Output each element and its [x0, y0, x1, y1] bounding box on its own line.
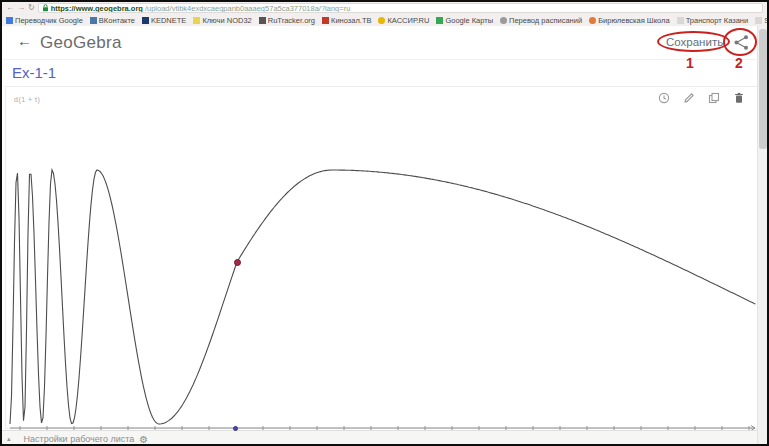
- bookmark-label: Ключи NOD32: [202, 16, 251, 25]
- url-path-text: /upload/vtibk4exdxcaegpanb0aaaeg57a5ca37…: [145, 4, 350, 13]
- worksheet-settings-label: Настройки рабочего листа: [24, 434, 135, 444]
- geogebra-logo: GeoGebra: [40, 33, 122, 53]
- padlock-icon: [42, 4, 49, 12]
- scrollbar-thumb[interactable]: [759, 29, 767, 149]
- bookmark-item[interactable]: Переводчик Google: [6, 16, 83, 25]
- bookmark-favicon: [436, 17, 443, 24]
- bookmark-favicon: [500, 17, 507, 24]
- bookmark-label: Транспорт Казани: [686, 16, 749, 25]
- bookmark-label: Кинозал.ТВ: [331, 16, 371, 25]
- pencil-icon[interactable]: [683, 90, 695, 102]
- browser-back-button[interactable]: ←: [6, 3, 14, 13]
- url-host-text: https://www.geogebra.org: [51, 4, 143, 13]
- share-icon-glyph: [733, 34, 750, 51]
- geogebra-header: ← GeoGebra Сохранить: [2, 26, 759, 60]
- bookmark-label: Samsung A5: [764, 16, 767, 25]
- bookmark-favicon: [755, 17, 762, 24]
- copy-icon[interactable]: [708, 90, 720, 102]
- back-arrow-button[interactable]: ←: [17, 32, 32, 49]
- bookmark-label: Бирюлевская Школа: [598, 16, 670, 25]
- expand-arrow-icon[interactable]: ▴: [7, 435, 11, 443]
- bookmark-label: RuTracker.org: [268, 16, 315, 25]
- bookmark-favicon: [90, 17, 97, 24]
- browser-chrome: ← → ↻ https://www.geogebra.org/upload/vt…: [2, 2, 767, 26]
- bookmark-item[interactable]: Ключи NOD32: [193, 16, 251, 25]
- bookmark-favicon: [677, 17, 684, 24]
- info-icon[interactable]: [658, 90, 670, 102]
- bookmark-favicon: [142, 17, 149, 24]
- formula-label: d(1 + t): [14, 96, 40, 103]
- bookmark-favicon: [193, 17, 200, 24]
- save-button[interactable]: Сохранить: [666, 36, 723, 48]
- bookmark-item[interactable]: Перевод расписаний: [500, 16, 582, 25]
- browser-forward-button[interactable]: →: [17, 3, 25, 13]
- bookmark-label: Google Карты: [445, 16, 493, 25]
- bookmark-item[interactable]: RuTracker.org: [259, 16, 315, 25]
- bookmark-item[interactable]: Кинозал.ТВ: [322, 16, 371, 25]
- bookmark-favicon: [322, 17, 329, 24]
- worksheet-footer: ▴ Настройки рабочего листа ⚙: [2, 430, 767, 446]
- bookmark-label: Перевод расписаний: [509, 16, 582, 25]
- bookmark-item[interactable]: ВКонтакте: [90, 16, 135, 25]
- bookmark-label: КАССИР.RU: [387, 16, 429, 25]
- bookmark-label: ВКонтакте: [99, 16, 135, 25]
- bookmark-favicon: [259, 17, 266, 24]
- bookmark-item[interactable]: КАССИР.RU: [378, 16, 429, 25]
- scrollbar[interactable]: [757, 26, 767, 446]
- trash-icon[interactable]: [733, 90, 745, 102]
- screenshot-frame: ← → ↻ https://www.geogebra.org/upload/vt…: [0, 0, 769, 446]
- axis-slider-point[interactable]: [233, 426, 238, 431]
- address-bar[interactable]: https://www.geogebra.org/upload/vtibk4ex…: [38, 3, 763, 13]
- annotation-number-1: 1: [686, 55, 694, 71]
- browser-nav-row: ← → ↻ https://www.geogebra.org/upload/vt…: [2, 2, 767, 14]
- bookmarks-bar: Переводчик GoogleВКонтактеKEDNETEКлючи N…: [2, 14, 767, 26]
- bookmark-favicon: [6, 17, 13, 24]
- bookmark-item[interactable]: Google Карты: [436, 16, 493, 25]
- browser-refresh-button[interactable]: ↻: [28, 3, 35, 13]
- page-title: Ex-1-1: [12, 64, 56, 81]
- applet-card: d(1 + t): [5, 86, 758, 429]
- bookmark-label: Переводчик Google: [15, 16, 83, 25]
- bookmark-item[interactable]: Samsung A5: [755, 16, 767, 25]
- bookmark-item[interactable]: Транспорт Казани: [677, 16, 749, 25]
- bookmark-label: KEDNETE: [151, 16, 186, 25]
- bookmark-item[interactable]: Бирюлевская Школа: [589, 16, 670, 25]
- gear-icon[interactable]: ⚙: [139, 434, 148, 445]
- share-icon[interactable]: [733, 34, 750, 51]
- annotation-number-2: 2: [735, 55, 743, 71]
- curve-point[interactable]: [234, 259, 241, 266]
- applet-toolbar: [658, 90, 745, 102]
- bookmark-item[interactable]: KEDNETE: [142, 16, 186, 25]
- bookmark-favicon: [378, 17, 385, 24]
- bookmark-favicon: [589, 17, 596, 24]
